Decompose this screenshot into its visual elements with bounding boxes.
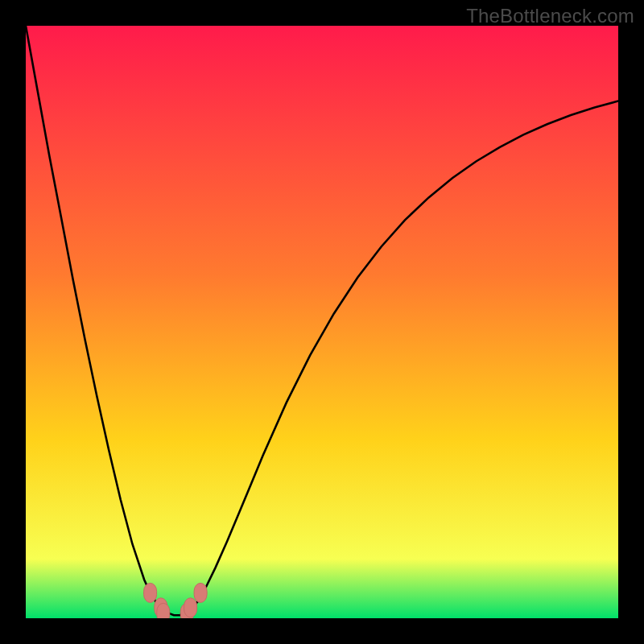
- chart-svg: [26, 26, 618, 618]
- curve-marker: [184, 598, 197, 617]
- curve-marker: [157, 603, 170, 618]
- chart-container: TheBottleneck.com: [0, 0, 644, 644]
- gradient-background: [26, 26, 618, 618]
- curve-marker: [144, 583, 157, 602]
- plot-area: [26, 26, 618, 618]
- curve-marker: [194, 583, 207, 602]
- watermark-text: TheBottleneck.com: [466, 5, 634, 27]
